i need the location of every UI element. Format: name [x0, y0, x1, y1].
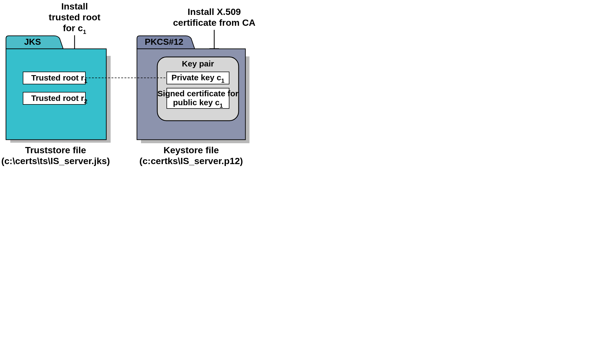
truststore-folder: JKS Trusted root r1 Trusted root r2	[6, 36, 111, 143]
keystore-tab-label: PKCS#12	[145, 37, 183, 47]
signed-cert-label-line1: Signed certificate for	[158, 89, 239, 98]
annotation-text: trusted root	[49, 12, 101, 22]
truststore-caption: Truststore file (c:\certs\ts\IS_server.j…	[1, 145, 110, 166]
annotation-text: for c1	[63, 23, 86, 35]
annotation-text: Install X.509	[188, 7, 241, 17]
caption-line2: (c:certks\IS_server.p12)	[139, 156, 243, 166]
certificate-stores-diagram: Install trusted root for c1 Install X.50…	[0, 0, 399, 244]
keypair-title: Key pair	[182, 59, 214, 68]
caption-line1: Truststore file	[25, 145, 86, 155]
caption-line2: (c:\certs\ts\IS_server.jks)	[1, 156, 110, 166]
annotation-text: certificate from CA	[173, 17, 255, 28]
keystore-folder: PKCS#12 Key pair Private key c1 Signed c…	[137, 36, 249, 143]
annotation-text: Install	[61, 1, 88, 11]
keystore-caption: Keystore file (c:certks\IS_server.p12)	[139, 145, 243, 166]
truststore-tab-label: JKS	[24, 37, 41, 47]
caption-line1: Keystore file	[164, 145, 219, 155]
